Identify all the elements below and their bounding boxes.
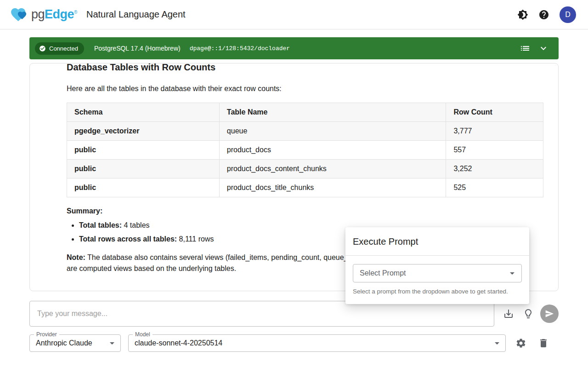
provider-select[interactable]: Provider Anthropic Claude (29, 334, 121, 352)
send-button[interactable] (540, 305, 559, 323)
model-select-label: Model (133, 331, 153, 338)
table-row: public product_docs_content_chunks 3,252 (67, 160, 543, 178)
prompt-select[interactable]: Select Prompt (353, 264, 522, 282)
page-title: Natural Language Agent (86, 9, 186, 20)
bullet-label: Total tables: (79, 221, 122, 229)
prompt-select-label: Select Prompt (360, 269, 507, 277)
connected-status-badge: Connected (35, 42, 84, 55)
dark-mode-toggle-button[interactable] (517, 9, 528, 20)
message-heading: Database Tables with Row Counts (67, 63, 543, 74)
table-row: pgedge_vectorizer queue 3,777 (67, 122, 543, 141)
cell-schema: public (67, 178, 220, 197)
connection-string: dpage@::1/128:5432/docloader (190, 45, 290, 52)
model-select-value: claude-sonnet-4-20250514 (135, 339, 222, 347)
row-counts-table: Schema Table Name Row Count pgedge_vecto… (67, 103, 543, 197)
cell-row-count: 525 (446, 178, 543, 197)
arrow-drop-down-icon (107, 338, 118, 349)
help-icon (538, 9, 549, 20)
bullet-value: 4 tables (122, 221, 149, 229)
header-actions: D (517, 6, 576, 23)
model-select[interactable]: Model claude-sonnet-4-20250514 (128, 334, 506, 352)
table-header-row: Schema Table Name Row Count (67, 103, 543, 122)
bullet-label: Total rows across all tables: (79, 235, 177, 243)
app-window: pgEdge® Natural Language Agent D Connect… (0, 0, 588, 368)
app-header: pgEdge® Natural Language Agent D (0, 0, 588, 29)
table-row: public product_docs 557 (67, 141, 543, 160)
cell-table-name: product_docs_title_chunks (219, 178, 446, 197)
arrow-drop-down-icon (507, 268, 518, 279)
cell-table-name: product_docs_content_chunks (219, 160, 446, 178)
column-header-table-name: Table Name (219, 103, 446, 122)
cell-schema: public (67, 141, 220, 160)
chevron-down-icon (538, 43, 549, 54)
cell-schema: pgedge_vectorizer (67, 122, 220, 141)
pgedge-logo-icon (9, 6, 30, 23)
settings-icon (515, 338, 526, 349)
message-intro: Here are all the tables in the database … (67, 85, 543, 93)
column-header-schema: Schema (67, 103, 220, 122)
cell-row-count: 557 (446, 141, 543, 160)
trash-icon (538, 338, 549, 349)
user-avatar[interactable]: D (560, 6, 576, 23)
server-version-label: PostgreSQL 17.4 (Homebrew) (94, 45, 181, 52)
cell-row-count: 3,777 (446, 122, 543, 141)
message-input[interactable] (29, 301, 494, 327)
lightbulb-icon (523, 308, 534, 319)
note-label: Note: (67, 253, 85, 261)
bullet-value: 8,111 rows (177, 235, 214, 243)
connection-bar: Connected PostgreSQL 17.4 (Homebrew) dpa… (29, 37, 559, 59)
cell-schema: public (67, 160, 220, 178)
download-button[interactable] (503, 308, 514, 319)
execute-prompt-dialog: Execute Prompt Select Prompt Select a pr… (345, 227, 529, 304)
provider-select-value: Anthropic Claude (36, 339, 92, 347)
pgedge-logo[interactable]: pgEdge® (9, 6, 77, 23)
connection-bar-actions (520, 43, 549, 54)
dialog-helper-text: Select a prompt from the dropdown above … (345, 287, 529, 304)
help-button[interactable] (538, 9, 549, 20)
connection-list-button[interactable] (520, 43, 531, 54)
check-circle-icon (39, 45, 46, 52)
column-header-row-count: Row Count (446, 103, 543, 122)
summary-heading: Summary: (67, 207, 543, 215)
prompts-button[interactable] (523, 308, 534, 319)
settings-button[interactable] (515, 338, 526, 349)
list-icon (520, 43, 531, 54)
provider-select-label: Provider (34, 331, 59, 338)
table-row: public product_docs_title_chunks 525 (67, 178, 543, 197)
composer-settings-row: Provider Anthropic Claude Model claude-s… (29, 334, 559, 359)
connection-collapse-button[interactable] (538, 43, 549, 54)
dark-mode-icon (517, 9, 528, 20)
dialog-divider (345, 255, 529, 256)
dialog-title: Execute Prompt (345, 227, 529, 255)
send-icon (545, 309, 554, 318)
connected-status-label: Connected (49, 45, 78, 52)
download-icon (503, 308, 514, 319)
cell-table-name: product_docs (219, 141, 446, 160)
clear-chat-button[interactable] (538, 338, 549, 349)
arrow-drop-down-icon (492, 338, 503, 349)
cell-table-name: queue (219, 122, 446, 141)
pgedge-logo-text: pgEdge® (31, 7, 77, 22)
cell-row-count: 3,252 (446, 160, 543, 178)
composer-input-row (29, 301, 559, 327)
